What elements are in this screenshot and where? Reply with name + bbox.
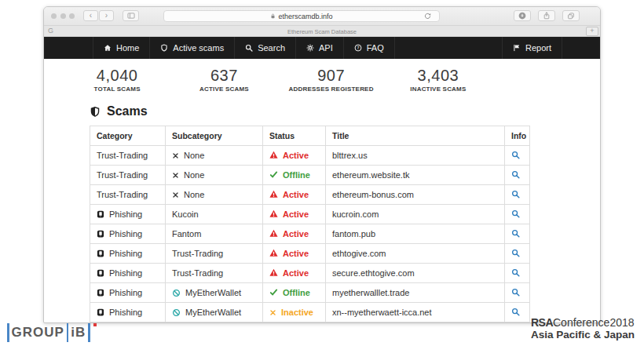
info-search-button[interactable] <box>511 209 520 218</box>
sidebar-button[interactable] <box>123 10 139 21</box>
info-search-button[interactable] <box>511 190 520 198</box>
cog-icon <box>306 44 314 52</box>
warning-icon <box>269 190 278 198</box>
warning-icon <box>269 229 278 238</box>
nav-item-home[interactable]: Home <box>93 37 150 59</box>
table-row: PhishingMyEtherWalletOfflinemyetherwalll… <box>90 283 530 303</box>
subcategory-text: Trust-Trading <box>172 268 223 278</box>
info-search-button[interactable] <box>511 268 520 277</box>
status-text: Offline <box>283 170 310 180</box>
status-cell: Active <box>263 146 326 166</box>
category-cell: Trust-Trading <box>90 185 166 205</box>
x-icon <box>172 191 179 198</box>
mobile-icon <box>97 249 104 257</box>
check-icon <box>269 288 278 297</box>
stat-block: 4,040TOTAL SCAMS <box>64 67 170 93</box>
title-cell: ethereum.website.tk <box>326 166 505 185</box>
status-text: Active <box>283 268 309 278</box>
nav-item-faq[interactable]: ?FAQ <box>344 37 395 59</box>
status-text: Active <box>283 190 309 199</box>
info-cell <box>505 185 530 205</box>
category-text: Trust-Trading <box>97 151 148 160</box>
nav-item-api[interactable]: API <box>296 37 344 59</box>
title-cell: myetherwalllet.trade <box>326 283 505 303</box>
subcategory-cell: MyEtherWallet <box>166 303 263 322</box>
subcategory-cell: Fantom <box>166 224 263 244</box>
info-search-button[interactable] <box>511 249 520 257</box>
info-search-button[interactable] <box>511 288 520 297</box>
title-cell: xn--myetherwaett-icca.net <box>326 303 505 322</box>
x-icon <box>269 309 276 316</box>
nav-item-search[interactable]: Search <box>235 37 296 59</box>
status-cell: Offline <box>263 283 326 303</box>
rsa-logo-line2: Asia Pacific & Japan <box>531 329 635 341</box>
window-close-button[interactable] <box>51 13 57 19</box>
nav-item-label: API <box>319 43 333 53</box>
sidebar-icon <box>127 12 135 20</box>
nav-item-report[interactable]: Report <box>502 37 562 59</box>
category-cell: Phishing <box>90 303 166 322</box>
info-search-button[interactable] <box>511 229 520 238</box>
address-bar[interactable]: etherscamdb.info <box>163 10 440 22</box>
forward-button[interactable]: › <box>99 10 114 21</box>
info-cell <box>505 166 530 185</box>
back-button[interactable]: ‹ <box>83 10 98 21</box>
status-text: Active <box>283 229 309 239</box>
url-text: etherscamdb.info <box>278 13 332 20</box>
category-text: Phishing <box>109 209 142 219</box>
subcategory-cell: None <box>166 146 263 166</box>
stat-value: 637 <box>170 67 277 85</box>
rsa-conference-logo: RSAConference2018 Asia Pacific & Japan <box>531 316 635 341</box>
search-icon <box>245 44 253 52</box>
home-icon <box>104 44 112 52</box>
status-text: Active <box>283 249 309 258</box>
group-ib-logo: GROUP iB <box>5 323 96 342</box>
table-row: PhishingTrust-TradingActivesecure.ethtog… <box>90 264 530 283</box>
subcategory-cell: MyEtherWallet <box>166 283 263 303</box>
subcategory-text: Fantom <box>172 229 201 239</box>
info-search-button[interactable] <box>511 170 520 179</box>
share-button[interactable] <box>538 10 555 21</box>
tabs-button[interactable] <box>562 10 580 21</box>
status-cell: Inactive <box>263 303 326 322</box>
category-cell: Phishing <box>90 244 166 264</box>
warning-icon <box>269 151 278 159</box>
category-cell: Trust-Trading <box>90 146 166 166</box>
question-icon: ? <box>354 44 362 52</box>
status-text: Active <box>283 151 309 160</box>
nav-item-active-scams[interactable]: Active scams <box>150 37 235 59</box>
subcategory-cell: Trust-Trading <box>166 244 263 264</box>
info-search-button[interactable] <box>511 308 520 316</box>
subcategory-text: None <box>184 170 204 180</box>
table-row: PhishingMyEtherWalletInactivexn--myether… <box>90 303 530 322</box>
category-text: Phishing <box>109 268 142 278</box>
tab-title[interactable]: Ethereum Scam Database <box>44 28 600 35</box>
group-ib-text-2: iB <box>71 325 86 341</box>
stat-value: 3,403 <box>385 67 492 85</box>
title-cell: ethtogive.com <box>326 244 505 264</box>
window-zoom-button[interactable] <box>69 13 75 19</box>
section-heading: Scams <box>90 104 600 118</box>
share-icon <box>543 12 551 20</box>
download-button[interactable] <box>514 10 531 21</box>
category-text: Phishing <box>109 308 142 317</box>
logo-bar <box>67 323 69 342</box>
shield-icon <box>160 44 168 52</box>
category-cell: Phishing <box>90 224 166 244</box>
group-ib-text-1: GROUP <box>12 325 64 341</box>
table-row: Trust-TradingNoneActiveethereum-bonus.co… <box>90 185 530 205</box>
nav-item-label: Active scams <box>173 43 224 53</box>
new-tab-button[interactable]: + <box>586 27 598 36</box>
subcategory-text: None <box>184 190 204 199</box>
info-search-button[interactable] <box>511 151 520 159</box>
stat-label: INACTIVE SCAMS <box>385 86 492 93</box>
subcategory-cell: Trust-Trading <box>166 264 263 283</box>
browser-window: ‹ › etherscamdb.info G Ethereum Scam Dat… <box>43 6 601 323</box>
table-body: Trust-TradingNoneActiveblttrex.usTrust-T… <box>90 146 530 322</box>
status-text: Active <box>283 209 309 219</box>
rsa-rest: Conference2018 <box>553 316 635 329</box>
window-minimize-button[interactable] <box>60 13 66 19</box>
stat-block: 637ACTIVE SCAMS <box>170 67 277 93</box>
reload-button[interactable] <box>424 13 431 20</box>
column-header-subcategory: Subcategory <box>166 126 263 146</box>
